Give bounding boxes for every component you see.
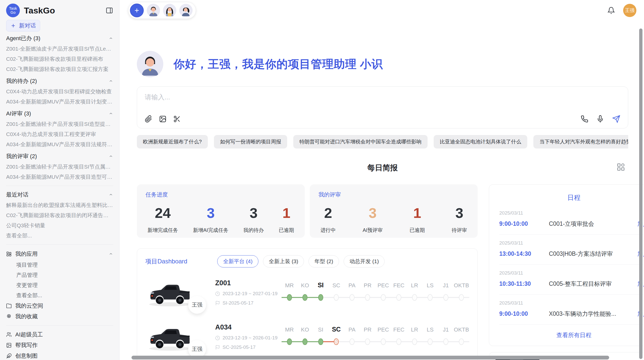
chevron-up-icon[interactable]: [109, 192, 113, 197]
favorites-item[interactable]: 我的收藏: [6, 311, 113, 322]
chevron-up-icon[interactable]: [109, 154, 113, 159]
project-code: Z001: [215, 279, 280, 287]
recent-chats-header[interactable]: 最近对话: [6, 189, 113, 200]
suggestion-chip[interactable]: 当下年轻人对汽车外观有怎样的喜好趋势: [533, 135, 628, 148]
sidebar-task-item[interactable]: C02-飞腾新能源轻客改款项目里程碑画布: [6, 54, 113, 64]
recent-chat-item[interactable]: 查看全部...: [6, 231, 113, 241]
agent-avatar-female-2[interactable]: [179, 4, 193, 17]
milestone-label: LS: [427, 280, 434, 289]
chevron-up-icon[interactable]: [109, 79, 113, 83]
microphone-icon[interactable]: [596, 115, 604, 123]
milestone-track: [329, 337, 344, 346]
main-content: 你好，王强，我是你的项目管理助理 小识: [137, 51, 628, 360]
layout-grid-icon[interactable]: [617, 163, 625, 171]
milestone-column: LS: [422, 280, 438, 302]
schedule-item: 2025/03/11 9:00-10:00 X003-车辆动力学性能验... 加…: [499, 295, 644, 325]
sidebar-task-item[interactable]: A034-全新新能源MUV产品开发项目法规符合性评审: [6, 139, 113, 149]
suggestion-chip[interactable]: 如何写一份清晰的项目周报: [214, 135, 287, 148]
sidebar-task-item[interactable]: Z001-全新燃油皮卡产品开发项目SI节点Lesson Learn报告: [6, 44, 113, 54]
stat-value: 3: [250, 205, 257, 221]
chevron-up-icon[interactable]: [109, 36, 113, 41]
dashboard-filter-chip[interactable]: 年型 (2): [309, 255, 339, 267]
dashboard-filter-chip[interactable]: 全新平台 (4): [217, 255, 258, 267]
milestone-column: PEC: [375, 280, 391, 302]
user-avatar[interactable]: 王强: [623, 4, 636, 17]
sidebar-task-item[interactable]: A034-全新新能源MUV产品开发项目造型可行性评审: [6, 172, 113, 182]
schedule-date: 2025/03/11: [499, 240, 644, 246]
milestone-dot: [318, 338, 323, 345]
horizontal-scrollbar[interactable]: [131, 356, 609, 359]
milestone-track: [313, 293, 329, 302]
dashboard-filter-chip[interactable]: 全新上装 (3): [263, 255, 304, 267]
main-area: 王强 你好，王强，我是你的项目管理助理 小识: [120, 0, 644, 360]
app-menu-item[interactable]: 查看全部...: [6, 290, 113, 301]
sidebar-section-header[interactable]: 我的待办 (2): [6, 76, 113, 86]
sidebar-task-item[interactable]: C0X4-动力总成开发项目SI里程碑提交物检查: [6, 86, 113, 97]
plus-icon: [10, 23, 16, 28]
milestone-label: J1: [443, 324, 449, 333]
sidebar-task-item[interactable]: Z001-全新燃油轻卡产品开发项目SI造型提交物评审: [6, 119, 113, 129]
sidebar-collapse-icon[interactable]: [106, 7, 113, 14]
sidebar-task-item[interactable]: C02-飞腾新能源轻客改款项目立项汇报方案: [6, 64, 113, 74]
app-menu-item[interactable]: 变更管理: [6, 280, 113, 290]
stat-item: 1 已逾期: [409, 205, 425, 234]
app-menu-item[interactable]: 产品管理: [6, 270, 113, 280]
project-row[interactable]: 王强 Z001 2023-12-19 ~ 2027-01: [145, 279, 469, 308]
image-upload-icon[interactable]: [159, 115, 167, 123]
dashboard-filter-chip[interactable]: 动总开发 (1): [344, 255, 385, 267]
sidebar-section-header[interactable]: AI评审 (3): [6, 108, 113, 119]
view-all-schedule-link[interactable]: 查看所有日程: [499, 325, 644, 344]
sidebar-task-item[interactable]: C0X4-动力总成开发项目工程变更评审: [6, 129, 113, 139]
attachment-icon[interactable]: [145, 115, 152, 123]
milestone-column: PR: [360, 280, 376, 302]
milestone-label: PEC: [377, 324, 389, 333]
agent-avatar-female-1[interactable]: [163, 4, 176, 17]
help-write-item[interactable]: 帮我写作: [6, 340, 113, 351]
milestone-track: [375, 337, 391, 346]
stat-item: 2 进行中: [320, 205, 336, 234]
recent-chat-item[interactable]: 公司Q3轻卡销量: [6, 220, 113, 231]
send-icon[interactable]: [612, 115, 620, 123]
sidebar-section-header[interactable]: 我的评审 (2): [6, 151, 113, 162]
project-info: A034 2023-12-19 ~ 2026-01-19: [215, 323, 280, 350]
schedule-title: 日程: [499, 193, 644, 202]
recent-chat-item[interactable]: C02-飞腾新能源轻客改款项目的闭环通告反馈情况: [6, 210, 113, 220]
milestone-track: [344, 337, 360, 346]
suggestion-chip[interactable]: 比亚迪全固态电池计划具体说了什么: [434, 135, 527, 148]
app-menu-item[interactable]: 项目管理: [6, 260, 113, 270]
chevron-up-icon[interactable]: [109, 252, 113, 256]
ai-staff-item[interactable]: AI超级员工: [6, 329, 113, 340]
creative-draw-item[interactable]: 创意制图: [6, 351, 113, 360]
suggestion-chip[interactable]: 特朗普可能对进口汽车增税会对中国车企造成哪些影响: [293, 135, 428, 148]
vertical-scrollbar[interactable]: [639, 28, 642, 359]
notification-bell-icon[interactable]: [607, 7, 615, 14]
sidebar-task-item[interactable]: Z001-全新燃油轻卡产品开发项目SI节点属性5D文件评审: [6, 162, 113, 172]
image-frame-icon: [6, 342, 12, 348]
sidebar-section-header[interactable]: Agent已办 (3): [6, 33, 113, 44]
milestone-dot: [349, 338, 355, 345]
phone-call-icon[interactable]: [581, 115, 588, 123]
composer-toolbar: [145, 115, 620, 123]
assistant-greeting: 你好，王强，我是你的项目管理助理 小识: [137, 51, 628, 77]
milestone-track: [422, 337, 438, 346]
cloud-space-item[interactable]: 我的云空间: [6, 301, 113, 311]
milestone-track: [454, 293, 470, 302]
scissors-icon[interactable]: [173, 115, 181, 123]
milestone-column: SC: [329, 324, 344, 346]
sidebar-task-item[interactable]: A034-全新新能源MUV产品开发项目计划变更表编写: [6, 97, 113, 107]
ai-staff-label: AI超级员工: [15, 331, 43, 338]
stat-label: 我的待办: [243, 227, 264, 234]
project-dates-row: 2023-12-19 ~ 2026-01-19: [215, 335, 280, 341]
agent-avatar-male[interactable]: [147, 4, 160, 17]
new-chat-button[interactable]: 新对话: [6, 20, 40, 32]
my-apps-header[interactable]: 我的应用: [6, 248, 113, 260]
project-row[interactable]: 王强 A034 2023-12-19 ~ 2026-01: [145, 323, 469, 352]
chevron-up-icon[interactable]: [109, 111, 113, 116]
milestone-column: LR: [407, 280, 422, 302]
recent-chat-item[interactable]: 解释最新出台的欧盟报废车法规再生塑料比例被调至15%...: [6, 200, 113, 210]
chat-input[interactable]: [145, 93, 620, 115]
stat-value: 2: [324, 205, 332, 221]
milestone-dot: [396, 338, 401, 345]
add-agent-button[interactable]: [130, 4, 144, 17]
suggestion-chip[interactable]: 欧洲新规最近颁布了什么?: [137, 135, 208, 148]
